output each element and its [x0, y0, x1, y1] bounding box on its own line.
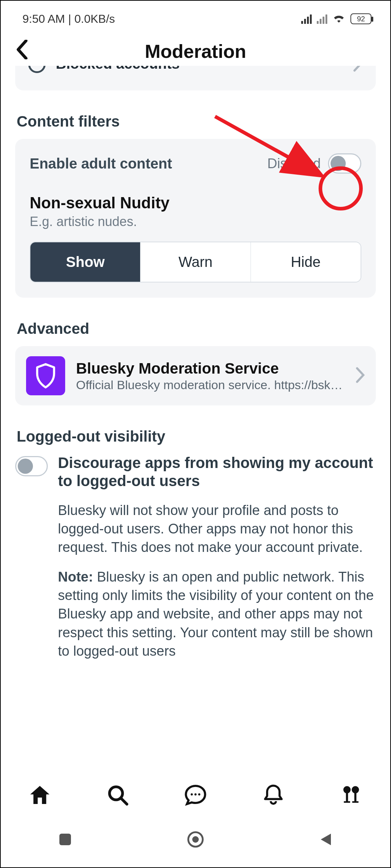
profile-button[interactable] — [335, 782, 367, 808]
nudity-title: Non-sexual Nudity — [30, 194, 361, 212]
status-bar: 9:50 AM | 0.0KB/s 92 — [1, 1, 390, 33]
svg-point-4 — [194, 793, 197, 796]
status-net: 0.0KB/s — [75, 12, 115, 25]
chevron-right-icon — [356, 367, 365, 384]
moderation-service-title: Bluesky Moderation Service — [76, 360, 345, 377]
option-warn[interactable]: Warn — [140, 242, 251, 282]
svg-line-2 — [121, 799, 127, 804]
chat-button[interactable] — [179, 782, 212, 808]
adult-content-status: Disabled — [267, 156, 321, 171]
adult-content-label: Enable adult content — [30, 156, 172, 172]
content-filters-card: Enable adult content Disabled Non-sexual… — [15, 139, 376, 298]
system-home-button[interactable] — [186, 830, 205, 850]
signal-icon-2 — [317, 14, 327, 24]
svg-rect-12 — [59, 834, 71, 845]
svg-rect-11 — [352, 801, 358, 803]
status-right: 92 — [301, 12, 371, 26]
status-left: 9:50 AM | 0.0KB/s — [22, 12, 115, 26]
blocked-icon — [28, 66, 46, 73]
adult-content-toggle[interactable] — [328, 153, 361, 174]
back-button[interactable] — [16, 40, 28, 61]
shield-icon — [26, 356, 65, 395]
svg-point-7 — [352, 786, 359, 793]
signal-icon — [301, 14, 312, 24]
option-hide[interactable]: Hide — [251, 242, 361, 282]
battery-icon: 92 — [350, 13, 371, 24]
section-content-filters: Content filters — [17, 113, 376, 130]
nudity-segmented: Show Warn Hide — [30, 242, 361, 282]
system-nav — [1, 813, 390, 867]
blocked-accounts-label: Blocked accounts — [56, 66, 180, 72]
svg-point-5 — [198, 793, 200, 796]
blocked-accounts-row[interactable]: Blocked accounts — [15, 66, 376, 90]
section-logged-out: Logged-out visibility — [17, 428, 376, 445]
system-back-button[interactable] — [318, 831, 334, 849]
notifications-button[interactable] — [257, 782, 290, 808]
app-nav — [1, 773, 390, 817]
home-button[interactable] — [24, 782, 56, 808]
page-header: Moderation — [1, 33, 390, 69]
note-rest: Bluesky is an open and public network. T… — [58, 569, 374, 659]
toggle-knob — [331, 156, 346, 171]
svg-rect-9 — [354, 793, 357, 802]
section-advanced: Advanced — [17, 320, 376, 337]
search-button[interactable] — [101, 782, 134, 808]
svg-rect-10 — [344, 801, 350, 803]
toggle-knob — [18, 459, 33, 474]
system-recents-button[interactable] — [57, 831, 73, 849]
logged-out-title: Discourage apps from showing my account … — [58, 454, 376, 490]
page-title: Moderation — [145, 41, 246, 62]
status-time: 9:50 AM — [22, 12, 65, 25]
battery-level: 92 — [357, 15, 365, 23]
logged-out-row: Discourage apps from showing my account … — [15, 454, 376, 660]
svg-point-6 — [344, 786, 351, 793]
nudity-desc: E.g. artistic nudes. — [30, 214, 361, 229]
wifi-icon — [332, 12, 345, 26]
option-show[interactable]: Show — [30, 242, 140, 282]
logged-out-body: Bluesky will not show your profile and p… — [58, 501, 376, 557]
adult-content-row: Enable adult content Disabled — [30, 153, 361, 174]
chevron-right-icon — [353, 66, 363, 73]
moderation-service-desc: Official Bluesky moderation service. htt… — [76, 378, 345, 392]
logged-out-note: Note: Bluesky is an open and public netw… — [58, 568, 376, 660]
svg-point-3 — [191, 793, 193, 796]
note-prefix: Note: — [58, 569, 93, 584]
moderation-service-row[interactable]: Bluesky Moderation Service Official Blue… — [15, 346, 376, 405]
svg-rect-8 — [346, 793, 348, 802]
svg-point-14 — [192, 836, 199, 843]
logged-out-toggle[interactable] — [15, 456, 48, 476]
